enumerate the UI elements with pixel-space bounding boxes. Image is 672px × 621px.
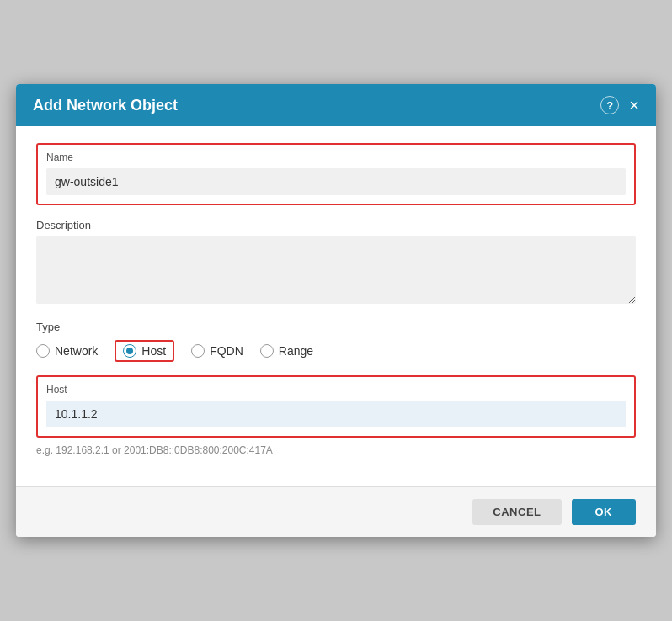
radio-host[interactable]: Host: [123, 344, 166, 358]
radio-range-label: Range: [279, 344, 313, 358]
name-label: Name: [46, 151, 626, 163]
close-button[interactable]: ×: [629, 97, 639, 114]
radio-range-outer: [260, 344, 274, 358]
radio-network[interactable]: Network: [36, 344, 98, 358]
ok-button[interactable]: OK: [572, 499, 637, 525]
name-section: Name: [36, 143, 636, 205]
radio-host-outer: [123, 344, 136, 358]
dialog-title: Add Network Object: [33, 97, 178, 114]
host-highlighted-box: Host: [36, 375, 636, 438]
radio-host-inner: [126, 348, 133, 354]
cancel-button[interactable]: CANCEL: [472, 499, 561, 525]
radio-fqdn[interactable]: FQDN: [191, 344, 243, 358]
dialog-footer: CANCEL OK: [16, 486, 656, 537]
type-section: Type Network Host: [36, 321, 636, 362]
dialog-body: Name Description Type Network: [16, 126, 656, 486]
dialog-header: Add Network Object ? ×: [16, 84, 656, 126]
radio-network-outer: [36, 344, 50, 358]
radio-host-highlight: Host: [115, 340, 174, 362]
host-input[interactable]: [46, 401, 626, 427]
header-icons: ? ×: [600, 96, 639, 114]
radio-range[interactable]: Range: [260, 344, 313, 358]
radio-fqdn-label: FQDN: [210, 344, 243, 358]
type-radio-group: Network Host FQDN: [36, 340, 636, 362]
type-label: Type: [36, 321, 636, 333]
help-icon[interactable]: ?: [600, 96, 619, 114]
radio-network-label: Network: [55, 344, 98, 358]
radio-fqdn-outer: [191, 344, 205, 358]
description-label: Description: [36, 219, 636, 231]
description-section: Description: [36, 219, 636, 307]
host-label: Host: [46, 384, 626, 395]
host-section: Host e.g. 192.168.2.1 or 2001:DB8::0DB8:…: [36, 375, 636, 456]
radio-host-label: Host: [141, 344, 166, 358]
name-highlighted-box: Name: [36, 143, 636, 205]
add-network-object-dialog: Add Network Object ? × Name Description …: [16, 84, 656, 537]
name-input[interactable]: [46, 168, 626, 195]
description-input[interactable]: [36, 236, 636, 304]
host-hint: e.g. 192.168.2.1 or 2001:DB8::0DB8:800:2…: [36, 444, 636, 456]
